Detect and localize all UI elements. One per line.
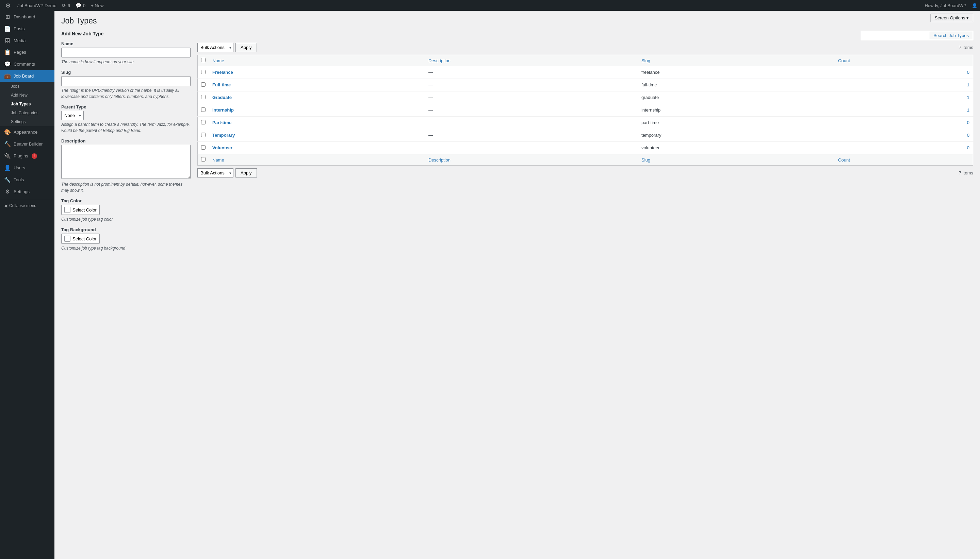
row-count[interactable]: 0 — [835, 117, 973, 129]
table-row: Volunteer—volunteer0 — [198, 142, 973, 154]
sidebar-item-posts[interactable]: 📄 Posts — [0, 23, 55, 35]
bulk-actions-select-bottom[interactable]: Bulk Actions — [197, 168, 234, 177]
sidebar-label-tools: Tools — [13, 177, 24, 182]
row-checkbox-1[interactable] — [201, 82, 206, 87]
row-name-link-4[interactable]: Part-time — [212, 120, 231, 125]
sidebar-item-tools[interactable]: 🔧 Tools — [0, 174, 55, 186]
row-count[interactable]: 0 — [835, 142, 973, 154]
search-button[interactable]: Search Job Types — [929, 31, 973, 40]
row-name-link-5[interactable]: Temporary — [212, 132, 235, 138]
slug-label: Slug — [61, 70, 191, 75]
sidebar-label-comments: Comments — [13, 61, 35, 67]
slug-input[interactable] — [61, 76, 191, 86]
row-checkbox-0[interactable] — [201, 70, 206, 74]
row-name-link-6[interactable]: Volunteer — [212, 145, 232, 150]
search-input[interactable] — [861, 31, 929, 40]
description-textarea[interactable] — [61, 145, 191, 179]
row-count-link-2[interactable]: 1 — [967, 95, 970, 100]
col-header-count[interactable]: Count — [835, 55, 973, 66]
row-slug: volunteer — [638, 142, 835, 154]
select-all-checkbox[interactable] — [201, 58, 206, 62]
col-footer-description[interactable]: Description — [425, 154, 638, 165]
row-name: Freelance — [209, 66, 425, 79]
comments-icon[interactable]: 💬 0 — [73, 3, 88, 8]
row-checkbox-4[interactable] — [201, 120, 206, 124]
job-types-table: Name Description Slug Count Freelance—fr… — [197, 55, 973, 165]
user-avatar[interactable]: 👤 — [972, 3, 977, 8]
screen-options-button[interactable]: Screen Options ▾ — [930, 13, 973, 22]
table-row: Temporary—temporary0 — [198, 129, 973, 142]
sidebar-item-media[interactable]: 🖼 Media — [0, 35, 55, 46]
row-count-link-6[interactable]: 0 — [967, 145, 970, 150]
wp-logo-icon[interactable]: ⊕ — [3, 2, 13, 9]
row-slug: freelance — [638, 66, 835, 79]
row-count-link-1[interactable]: 1 — [967, 82, 970, 88]
row-count-link-3[interactable]: 1 — [967, 108, 970, 112]
submenu-job-types[interactable]: Job Types — [0, 99, 55, 109]
submenu-jobs[interactable]: Jobs — [0, 82, 55, 91]
apply-button-bottom[interactable]: Apply — [235, 168, 257, 177]
name-input[interactable] — [61, 48, 191, 58]
col-footer-slug[interactable]: Slug — [638, 154, 835, 165]
sidebar-item-settings[interactable]: ⚙ Settings — [0, 186, 55, 198]
sidebar-item-pages[interactable]: 📋 Pages — [0, 46, 55, 58]
row-checkbox-cell — [198, 104, 209, 117]
submenu-add-new[interactable]: Add New — [0, 91, 55, 99]
submenu-job-categories[interactable]: Job Categories — [0, 109, 55, 117]
row-checkbox-3[interactable] — [201, 108, 206, 112]
row-checkbox-6[interactable] — [201, 145, 206, 150]
bulk-actions-select-top[interactable]: Bulk Actions — [197, 43, 234, 52]
row-checkbox-5[interactable] — [201, 132, 206, 137]
description-note: The description is not prominent by defa… — [61, 181, 191, 194]
row-count[interactable]: 0 — [835, 66, 973, 79]
select-all-checkbox-footer[interactable] — [201, 157, 206, 162]
select-all-header[interactable] — [198, 55, 209, 66]
col-header-slug[interactable]: Slug — [638, 55, 835, 66]
sidebar-label-appearance: Appearance — [13, 129, 37, 135]
sidebar-item-users[interactable]: 👤 Users — [0, 162, 55, 174]
col-header-name[interactable]: Name — [209, 55, 425, 66]
row-count-link-0[interactable]: 0 — [967, 70, 970, 75]
tag-background-button[interactable]: Select Color — [61, 233, 100, 244]
tag-background-label: Tag Background — [61, 227, 191, 232]
row-count[interactable]: 0 — [835, 129, 973, 142]
select-all-footer[interactable] — [198, 154, 209, 165]
sidebar-item-job-board[interactable]: 💼 Job Board — [0, 70, 55, 82]
job-board-icon: 💼 — [4, 73, 11, 79]
sidebar-item-beaver-builder[interactable]: 🔨 Beaver Builder — [0, 138, 55, 150]
row-name-link-3[interactable]: Internship — [212, 108, 234, 112]
tag-background-field: Tag Background Select Color Customize jo… — [61, 227, 191, 251]
row-name-link-0[interactable]: Freelance — [212, 70, 233, 75]
tag-color-button[interactable]: Select Color — [61, 205, 100, 215]
new-content-button[interactable]: + New — [88, 3, 106, 8]
row-name-link-1[interactable]: Full-time — [212, 82, 231, 88]
sidebar-item-comments[interactable]: 💬 Comments — [0, 58, 55, 70]
row-count-link-4[interactable]: 0 — [967, 120, 970, 125]
row-name-link-2[interactable]: Graduate — [212, 95, 232, 100]
site-name[interactable]: JobBoardWP Demo — [15, 3, 59, 8]
updates-icon[interactable]: ⟳ 6 — [59, 3, 73, 8]
row-checkbox-cell — [198, 79, 209, 91]
tools-icon: 🔧 — [4, 177, 11, 183]
sidebar-label-plugins: Plugins — [13, 153, 28, 159]
col-footer-count[interactable]: Count — [835, 154, 973, 165]
row-count[interactable]: 1 — [835, 104, 973, 117]
submenu-settings[interactable]: Settings — [0, 117, 55, 126]
sidebar-item-plugins[interactable]: 🔌 Plugins 1 — [0, 150, 55, 162]
row-count-link-5[interactable]: 0 — [967, 132, 970, 138]
col-footer-name[interactable]: Name — [209, 154, 425, 165]
parent-type-select[interactable]: None — [61, 111, 84, 120]
row-checkbox-2[interactable] — [201, 95, 206, 99]
row-count[interactable]: 1 — [835, 91, 973, 104]
apply-button-top[interactable]: Apply — [235, 43, 257, 52]
top-bulk-actions: Bulk Actions Apply — [197, 43, 257, 52]
row-count[interactable]: 1 — [835, 79, 973, 91]
parent-type-select-wrapper: None — [61, 111, 84, 120]
row-name: Graduate — [209, 91, 425, 104]
col-header-description[interactable]: Description — [425, 55, 638, 66]
collapse-menu-button[interactable]: ◀ Collapse menu — [0, 201, 55, 211]
add-new-heading: Add New Job Type — [61, 31, 191, 36]
row-description: — — [425, 104, 638, 117]
sidebar-item-appearance[interactable]: 🎨 Appearance — [0, 126, 55, 138]
sidebar-item-dashboard[interactable]: ⊞ Dashboard — [0, 11, 55, 23]
